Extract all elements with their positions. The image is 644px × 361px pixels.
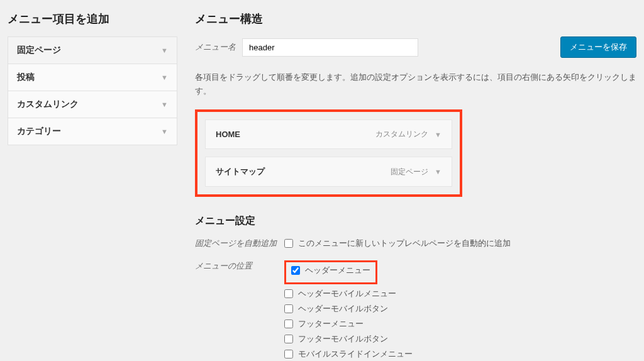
add-items-accordion: 固定ページ ▼ 投稿 ▼ カスタムリンク ▼ カテゴリー ▼ <box>8 36 177 145</box>
auto-add-text: このメニューに新しいトップレベルページを自動的に追加 <box>298 238 511 249</box>
add-menu-items-panel: メニュー項目を追加 固定ページ ▼ 投稿 ▼ カスタムリンク ▼ カテゴリー ▼ <box>8 11 177 361</box>
accordion-categories[interactable]: カテゴリー ▼ <box>8 118 177 145</box>
location-checkbox[interactable] <box>284 350 293 358</box>
chevron-down-icon[interactable]: ▼ <box>435 131 441 138</box>
menu-item[interactable]: サイトマップ 固定ページ ▼ <box>205 157 452 187</box>
location-checkbox[interactable] <box>291 266 300 275</box>
menu-item-type: 固定ページ <box>391 167 428 177</box>
chevron-down-icon: ▼ <box>161 128 168 135</box>
location-checkbox[interactable] <box>284 304 293 313</box>
accordion-custom-link[interactable]: カスタムリンク ▼ <box>8 91 177 118</box>
location-text: モバイルスライドインメニュー <box>298 348 413 360</box>
accordion-fixed-pages[interactable]: 固定ページ ▼ <box>8 37 177 64</box>
auto-add-option[interactable]: このメニューに新しいトップレベルページを自動的に追加 <box>284 238 511 249</box>
structure-title: メニュー構造 <box>195 11 636 26</box>
chevron-down-icon: ▼ <box>161 101 168 108</box>
chevron-down-icon: ▼ <box>161 47 168 54</box>
location-option-header-mobile-button[interactable]: ヘッダーモバイルボタン <box>284 303 413 314</box>
accordion-label: 投稿 <box>17 72 35 83</box>
location-checkbox[interactable] <box>284 335 293 343</box>
location-text: フッターモバイルボタン <box>298 333 388 345</box>
auto-add-checkbox[interactable] <box>284 239 293 248</box>
location-checkbox[interactable] <box>284 289 293 298</box>
menu-name-input[interactable] <box>242 38 418 57</box>
location-option-mobile-slidein[interactable]: モバイルスライドインメニュー <box>284 348 413 360</box>
menu-settings-heading: メニュー設定 <box>195 214 636 228</box>
menu-item-type: カスタムリンク <box>375 129 428 140</box>
location-checkbox[interactable] <box>284 319 293 328</box>
location-option-footer[interactable]: フッターメニュー <box>284 318 413 330</box>
save-menu-button-top[interactable]: メニューを保存 <box>560 36 636 58</box>
location-text: ヘッダーモバイルメニュー <box>298 288 396 299</box>
auto-add-label: 固定ページを自動追加 <box>195 238 284 249</box>
location-option-header[interactable]: ヘッダーメニュー <box>291 265 370 276</box>
chevron-down-icon[interactable]: ▼ <box>435 168 441 175</box>
location-text: ヘッダーメニュー <box>305 265 370 276</box>
menu-items-highlight: HOME カスタムリンク ▼ サイトマップ 固定ページ ▼ <box>195 109 462 197</box>
menu-structure-panel: メニュー構造 メニュー名 メニューを保存 各項目をドラッグして順番を変更します。… <box>195 11 636 361</box>
menu-name-label: メニュー名 <box>195 42 236 53</box>
locations-row: メニューの位置 ヘッダーメニュー ヘッダーモバイルメニュー ヘッダーモバイルボタ… <box>195 260 636 361</box>
accordion-label: カテゴリー <box>17 126 61 137</box>
add-items-title: メニュー項目を追加 <box>8 11 177 26</box>
location-option-header-mobile[interactable]: ヘッダーモバイルメニュー <box>284 288 413 299</box>
menu-name-row: メニュー名 メニューを保存 <box>195 36 636 58</box>
auto-add-row: 固定ページを自動追加 このメニューに新しいトップレベルページを自動的に追加 <box>195 238 636 253</box>
accordion-label: 固定ページ <box>17 45 61 56</box>
chevron-down-icon: ▼ <box>161 74 168 81</box>
location-text: ヘッダーモバイルボタン <box>298 303 388 314</box>
menu-item-title: HOME <box>216 130 240 139</box>
location-highlight: ヘッダーメニュー <box>284 260 377 284</box>
locations-list: ヘッダーメニュー ヘッダーモバイルメニュー ヘッダーモバイルボタン フッターメニ… <box>284 260 413 361</box>
drag-description: 各項目をドラッグして順番を変更します。追加の設定オプションを表示するには、項目の… <box>195 70 636 98</box>
menu-item[interactable]: HOME カスタムリンク ▼ <box>205 119 452 149</box>
accordion-label: カスタムリンク <box>17 99 79 110</box>
location-option-footer-mobile-button[interactable]: フッターモバイルボタン <box>284 333 413 345</box>
menu-item-title: サイトマップ <box>216 166 265 177</box>
location-text: フッターメニュー <box>298 318 364 330</box>
accordion-posts[interactable]: 投稿 ▼ <box>8 64 177 91</box>
location-label: メニューの位置 <box>195 260 284 272</box>
